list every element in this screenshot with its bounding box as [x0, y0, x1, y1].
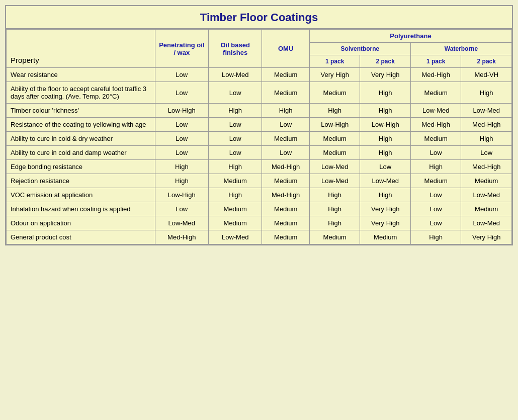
cell-pen: Low: [155, 118, 208, 132]
cell-s2: Very High: [360, 202, 411, 216]
cell-s2: High: [360, 146, 411, 160]
cell-w2: Med-High: [461, 160, 512, 174]
w1pack-header: 1 pack: [410, 55, 461, 68]
cell-omu: Med-High: [262, 160, 310, 174]
cell-s1: Medium: [309, 146, 360, 160]
cell-property: Ability of the floor to accept careful f…: [7, 82, 155, 104]
polyurethane-header: Polyurethane: [309, 30, 511, 43]
cell-omu: Medium: [262, 68, 310, 82]
cell-s2: Low-High: [360, 118, 411, 132]
cell-omu: Medium: [262, 230, 310, 244]
cell-w2: Medium: [461, 202, 512, 216]
solventborne-header: Solventborne: [309, 43, 410, 55]
cell-omu: Medium: [262, 202, 310, 216]
cell-s1: High: [309, 104, 360, 118]
cell-property: Wear resistance: [7, 68, 155, 82]
cell-s1: High: [309, 202, 360, 216]
cell-s1: Low-High: [309, 118, 360, 132]
cell-property: Edge bonding resistance: [7, 160, 155, 174]
cell-s2: High: [360, 132, 411, 146]
cell-w1: High: [410, 230, 461, 244]
cell-w1: Medium: [410, 82, 461, 104]
table-row: Inhalation hazard when coating is applie…: [7, 202, 512, 216]
cell-s2: Medium: [360, 230, 411, 244]
cell-oil: High: [208, 188, 262, 202]
cell-w1: Low-Med: [410, 104, 461, 118]
cell-w2: High: [461, 132, 512, 146]
cell-oil: Low: [208, 82, 262, 104]
cell-s2: High: [360, 104, 411, 118]
cell-w1: Low: [410, 202, 461, 216]
coatings-table: Property Penetrating oil / wax Oil based…: [6, 29, 512, 244]
table-row: Edge bonding resistanceHighHighMed-HighL…: [7, 160, 512, 174]
w2pack-header: 2 pack: [461, 55, 512, 68]
cell-pen: Low-Med: [155, 216, 208, 230]
cell-oil: Medium: [208, 174, 262, 188]
cell-pen: Low-High: [155, 188, 208, 202]
cell-s2: Very High: [360, 68, 411, 82]
cell-s2: High: [360, 82, 411, 104]
cell-omu: Medium: [262, 132, 310, 146]
cell-omu: Low: [262, 118, 310, 132]
cell-omu: High: [262, 104, 310, 118]
cell-oil: Low: [208, 132, 262, 146]
cell-pen: Med-High: [155, 230, 208, 244]
cell-pen: Low: [155, 82, 208, 104]
cell-w1: Medium: [410, 132, 461, 146]
cell-pen: Low: [155, 146, 208, 160]
cell-property: VOC emission at application: [7, 188, 155, 202]
cell-s1: Very High: [309, 68, 360, 82]
cell-s2: Low-Med: [360, 174, 411, 188]
cell-w1: Low: [410, 188, 461, 202]
cell-s1: Medium: [309, 132, 360, 146]
cell-s1: High: [309, 216, 360, 230]
cell-w2: Low: [461, 146, 512, 160]
cell-w1: Low: [410, 216, 461, 230]
page-title: Timber Floor Coatings: [6, 6, 512, 29]
cell-s2: Low: [360, 160, 411, 174]
table-row: Odour on applicationLow-MedMediumMediumH…: [7, 216, 512, 230]
cell-omu: Med-High: [262, 188, 310, 202]
cell-oil: High: [208, 104, 262, 118]
cell-w1: Medium: [410, 174, 461, 188]
table-row: Timber colour 'richness'Low-HighHighHigh…: [7, 104, 512, 118]
cell-w1: High: [410, 160, 461, 174]
cell-oil: Medium: [208, 202, 262, 216]
cell-s1: Low-Med: [309, 174, 360, 188]
cell-s1: High: [309, 188, 360, 202]
cell-s1: Medium: [309, 82, 360, 104]
cell-s2: Very High: [360, 216, 411, 230]
cell-property: Inhalation hazard when coating is applie…: [7, 202, 155, 216]
omu-header: OMU: [262, 30, 310, 68]
cell-pen: High: [155, 160, 208, 174]
cell-w2: High: [461, 82, 512, 104]
cell-pen: Low: [155, 68, 208, 82]
cell-w2: Medium: [461, 174, 512, 188]
property-header: Property: [7, 30, 155, 68]
cell-oil: High: [208, 160, 262, 174]
cell-oil: Low: [208, 118, 262, 132]
cell-omu: Medium: [262, 216, 310, 230]
table-row: Wear resistanceLowLow-MedMediumVery High…: [7, 68, 512, 82]
cell-property: General product cost: [7, 230, 155, 244]
cell-w2: Low-Med: [461, 104, 512, 118]
cell-oil: Medium: [208, 216, 262, 230]
cell-omu: Medium: [262, 174, 310, 188]
cell-w2: Med-High: [461, 118, 512, 132]
cell-pen: High: [155, 174, 208, 188]
cell-property: Timber colour 'richness': [7, 104, 155, 118]
table-row: Ability of the floor to accept careful f…: [7, 82, 512, 104]
cell-property: Resistance of the coating to yellowing w…: [7, 118, 155, 132]
table-row: VOC emission at applicationLow-HighHighM…: [7, 188, 512, 202]
s1pack-header: 1 pack: [309, 55, 360, 68]
cell-omu: Medium: [262, 82, 310, 104]
cell-pen: Low: [155, 202, 208, 216]
cell-w1: Med-High: [410, 118, 461, 132]
penetrating-header: Penetrating oil / wax: [155, 30, 208, 68]
cell-oil: Low-Med: [208, 68, 262, 82]
table-row: Ability to cure in cold and damp weather…: [7, 146, 512, 160]
cell-w2: Low-Med: [461, 216, 512, 230]
table-row: Ability to cure in cold & dry weatherLow…: [7, 132, 512, 146]
cell-s1: Medium: [309, 230, 360, 244]
table-row: Rejection resistanceHighMediumMediumLow-…: [7, 174, 512, 188]
